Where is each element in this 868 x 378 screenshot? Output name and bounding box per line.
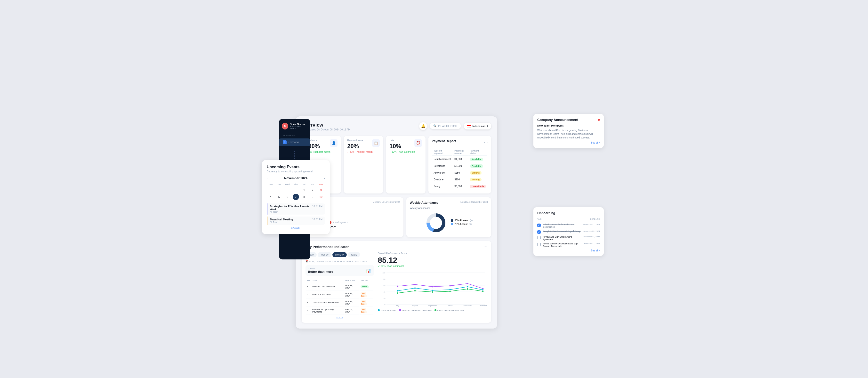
onb-checkbox[interactable]: ✓ (537, 224, 541, 227)
criteria-icon: 📊 (365, 267, 371, 273)
kpi-no: 2. (306, 291, 311, 298)
svg-text:0: 0 (384, 304, 385, 306)
onb-more-button[interactable]: ⋯ (596, 211, 600, 215)
remain-leave-arrow: ↓ (347, 151, 348, 153)
sign-out-item: 🔴 Actual Sign Out --:--:-- (328, 221, 348, 228)
kpi-body: Daily Weekly Monthly Yearly 📅 MON, 18 NO… (306, 252, 487, 319)
svg-point-25 (467, 286, 468, 287)
kpi-tasks-section: Daily Weekly Monthly Yearly 📅 MON, 18 NO… (306, 252, 374, 319)
kpi-deadline: Dec 02, 2024 (344, 307, 359, 314)
legend-completion: Project Completion : 60% (300) (434, 309, 464, 311)
cal-day-5[interactable]: 5 (276, 194, 282, 200)
ann-subtitle: New Team Members: (537, 124, 600, 127)
onb-see-all[interactable]: See all › (537, 249, 600, 252)
upcoming-title: Upcoming Events (267, 165, 325, 169)
event-1-time: 10:00 AM (312, 205, 322, 208)
cal-day-7-today[interactable]: 7 (293, 194, 299, 200)
cal-day-1[interactable]: 1 (301, 187, 307, 193)
payment-type: Reimbursement (432, 156, 453, 162)
svg-text:60: 60 (383, 284, 385, 287)
kpi-col-deadline: DEADLINE (344, 279, 359, 282)
payment-col-status: Payment status (468, 149, 487, 156)
payment-table-row: Severance $2,000 Available (432, 163, 487, 169)
upcoming-see-all[interactable]: See all › (267, 227, 325, 229)
payment-table-row: Overtime $200 Waiting (432, 177, 487, 183)
ann-see-all[interactable]: See all › (537, 141, 600, 144)
onb-checkbox[interactable] (537, 236, 541, 239)
onb-task-name: Attend Security Orientation and Sign Sec… (542, 243, 581, 247)
score-label: Overall Performance Score (378, 252, 487, 255)
cal-day-3[interactable]: 3 (318, 187, 324, 193)
svg-point-23 (432, 289, 433, 291)
kpi-more-button[interactable]: ⋯ (484, 245, 487, 249)
language-selector[interactable]: 🇮🇩 Indonesian ▾ (464, 123, 491, 129)
svg-point-36 (450, 290, 451, 292)
svg-point-22 (414, 287, 415, 289)
notification-bell[interactable]: 🔔 (419, 122, 427, 130)
upcoming-card: Upcoming Events Get ready to join exciti… (262, 160, 330, 234)
tab-yearly[interactable]: Yearly (348, 252, 360, 257)
search-bar[interactable]: 🔍 PT AKTIF DIGIT (430, 123, 461, 129)
payment-more-button[interactable]: ⋯ (484, 140, 488, 144)
svg-text:December: December (479, 304, 487, 307)
svg-text:July: July (396, 304, 399, 307)
late-icon: ⏰ (414, 139, 422, 147)
sign-out-label: Actual Sign Out (333, 221, 348, 224)
absent-count: (1) (469, 223, 472, 225)
stats-row: Attendance 100% 👤 ↑ 40% Than last month … (302, 136, 491, 193)
onb-task-name: Complete Tax Forms and Payroll Setup (542, 230, 581, 232)
cal-day-2[interactable]: 2 (309, 187, 316, 193)
kpi-task-name: Prepare for Upcoming Payments (311, 307, 344, 314)
weekly-subtitle: Weekly Attendance (410, 207, 488, 210)
cal-tue: Tue (275, 183, 283, 186)
sidebar-item-overview[interactable]: ⊞ Overview (279, 138, 310, 146)
payment-status: Available (468, 156, 487, 162)
kpi-see-all[interactable]: See all (306, 316, 374, 319)
cal-day-9[interactable]: 9 (309, 194, 316, 200)
svg-point-21 (397, 290, 398, 291)
cal-mon: Mon (267, 183, 275, 186)
payment-table-row: Allowance $250 Waiting (432, 170, 487, 176)
payment-type: Allowance (432, 170, 453, 176)
cal-day-6[interactable]: 6 (284, 194, 290, 200)
kpi-task-name: Track Accounts Receivable (311, 299, 344, 307)
sign-out-time: --:--:-- (328, 224, 348, 228)
svg-point-24 (450, 289, 451, 290)
onb-checkbox[interactable] (537, 243, 541, 246)
svg-point-30 (450, 285, 451, 286)
logo-name: ScaleOcean (290, 123, 307, 126)
cal-month: November 2024 (284, 176, 307, 180)
payment-col-type: Type off payment (432, 149, 453, 156)
donut-chart (425, 212, 447, 234)
performance-chart: 100 80 60 40 20 0 July August September … (378, 270, 487, 307)
cal-prev[interactable]: ‹ (267, 176, 268, 180)
header-actions: 🔔 🔍 PT AKTIF DIGIT 🇮🇩 Indonesian ▾ (419, 122, 491, 130)
present-label: 80% Present (455, 219, 468, 222)
cal-day-8[interactable]: 8 (301, 194, 307, 200)
announcement-card: Company Announcement New Team Members: W… (533, 114, 604, 148)
kpi-deadline: Nov 26, 2024 (344, 299, 359, 307)
tab-weekly[interactable]: Weekly (318, 252, 332, 257)
payment-status: Unavailable (468, 183, 487, 190)
upcoming-subtitle: Get ready to join exciting upcoming even… (267, 170, 325, 173)
payment-table-row: Salary $3,500 Unavailable (432, 183, 487, 190)
remain-leave-change: ↓ 40% Than last month (347, 151, 380, 153)
cal-day-4[interactable]: 4 (268, 194, 274, 200)
cal-next[interactable]: › (324, 176, 325, 180)
svg-text:November: November (464, 304, 472, 307)
score-change-label: Than last month (386, 265, 404, 267)
onb-title: Onboarding (537, 211, 555, 215)
late-label: Late (390, 139, 401, 142)
svg-point-37 (467, 288, 468, 290)
lang-label: Indonesian (472, 125, 486, 128)
remain-leave-icon: 📋 (372, 139, 380, 147)
kpi-task-name: Validate Data Accuracy (311, 283, 344, 290)
satisfaction-dot (399, 309, 401, 311)
payment-amount: $2,000 (453, 163, 468, 169)
cal-day-10[interactable]: 10 (318, 194, 324, 200)
tab-monthly[interactable]: Monthly (333, 252, 347, 257)
onb-checkbox[interactable]: ✓ (537, 230, 541, 234)
present-dot (451, 219, 453, 222)
donut-legend: 80% Present (4) 20% Absent (1) (451, 219, 472, 226)
kpi-col-task: TASK (311, 279, 344, 282)
